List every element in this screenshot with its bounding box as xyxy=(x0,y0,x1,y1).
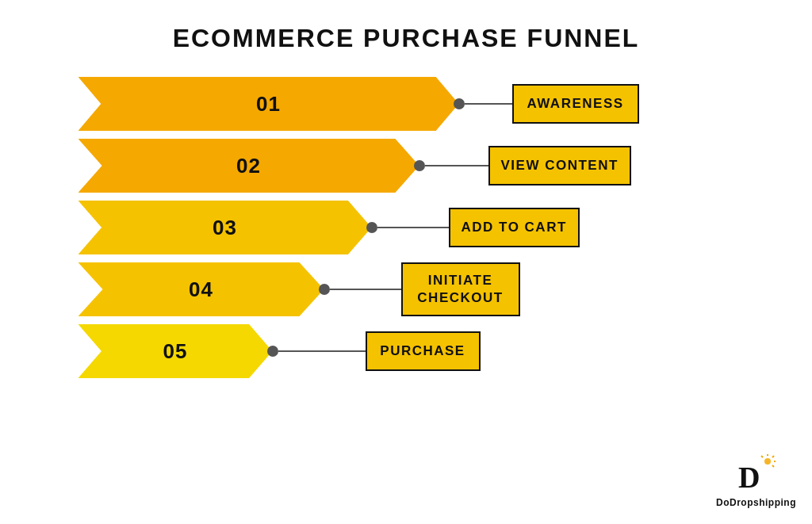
dot-4 xyxy=(319,284,330,295)
funnel-row-2: 02 VIEW CONTENT xyxy=(79,139,631,193)
step-number-3: 03 xyxy=(213,216,237,240)
funnel-row-4: 04 INITIATECHECKOUT xyxy=(79,262,520,316)
svg-line-2 xyxy=(772,456,774,457)
dot-5 xyxy=(267,346,278,357)
funnel-step-2: 02 xyxy=(79,139,419,193)
label-text-5: PURCHASE xyxy=(380,343,465,359)
funnel-container: 01 AWARENESS 02 VIEW CONTENT 03 xyxy=(79,77,639,378)
connector-5 xyxy=(273,346,366,357)
funnel-row-3: 03 ADD TO CART xyxy=(79,201,580,254)
label-purchase: PURCHASE xyxy=(366,331,481,371)
line-5 xyxy=(278,350,366,352)
dot-1 xyxy=(454,98,465,109)
label-text-4: INITIATECHECKOUT xyxy=(417,272,503,307)
svg-point-0 xyxy=(764,458,771,465)
connector-3 xyxy=(372,222,449,233)
step-number-1: 01 xyxy=(256,92,281,117)
step-number-4: 04 xyxy=(189,277,213,302)
svg-text:D: D xyxy=(738,461,760,494)
line-3 xyxy=(377,227,449,228)
logo-container: D DoDropshipping xyxy=(716,452,796,508)
logo-text: DoDropshipping xyxy=(716,497,796,508)
funnel-step-4: 04 xyxy=(79,262,324,316)
step-number-2: 02 xyxy=(236,154,261,178)
svg-line-4 xyxy=(772,465,774,467)
connector-1 xyxy=(459,98,512,109)
dot-2 xyxy=(414,160,425,171)
funnel-step-3: 03 xyxy=(79,201,372,254)
dot-3 xyxy=(366,222,377,233)
label-add-to-cart: ADD TO CART xyxy=(449,208,580,247)
funnel-step-1: 01 xyxy=(79,77,459,131)
label-awareness: AWARENESS xyxy=(512,84,639,124)
line-4 xyxy=(330,289,401,290)
label-text-3: ADD TO CART xyxy=(462,220,567,235)
label-text-1: AWARENESS xyxy=(527,96,623,112)
funnel-step-5: 05 xyxy=(79,324,273,378)
label-initiate-checkout: INITIATECHECKOUT xyxy=(401,262,520,316)
line-2 xyxy=(425,165,488,166)
funnel-row-5: 05 PURCHASE xyxy=(79,324,481,378)
label-text-2: VIEW CONTENT xyxy=(501,158,619,174)
connector-4 xyxy=(324,284,401,295)
step-number-5: 05 xyxy=(163,339,188,364)
svg-line-5 xyxy=(761,456,763,457)
line-1 xyxy=(465,103,512,105)
dodropshipping-logo-icon: D xyxy=(734,452,778,495)
funnel-row-1: 01 AWARENESS xyxy=(79,77,639,131)
label-view-content: VIEW CONTENT xyxy=(488,146,631,186)
page-title: ECOMMERCE PURCHASE FUNNEL xyxy=(173,24,640,53)
connector-2 xyxy=(419,160,488,171)
